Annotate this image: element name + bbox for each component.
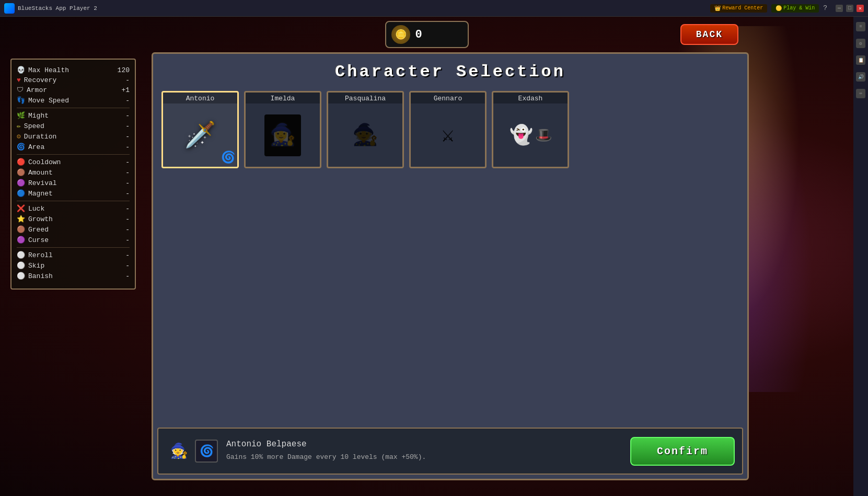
sidebar-icon-5[interactable]: ⌨	[856, 89, 865, 98]
amount-icon: 🟤	[17, 168, 25, 177]
revival-icon: 🟣	[17, 179, 25, 187]
character-description: Gains 10% more Damage every 10 levels (m…	[226, 452, 622, 463]
duration-value: -	[125, 133, 130, 141]
stat-row-luck: ❌ Luck -	[17, 204, 130, 213]
max-health-icon: 💀	[17, 66, 25, 74]
speed-value: -	[125, 122, 130, 130]
character-sprite-exdash: 👻 🎩	[493, 103, 568, 167]
skip-name: Skip	[28, 262, 44, 270]
skip-value: -	[125, 262, 130, 270]
character-full-name: Antonio Belpaese	[226, 440, 622, 449]
magnet-icon: 🔵	[17, 189, 25, 198]
duration-icon: ⚙	[17, 132, 21, 141]
confirm-button[interactable]: Confirm	[630, 437, 735, 466]
titlebar: BlueStacks App Player 2 👑 Reward Center …	[0, 0, 868, 17]
sidebar-icon-2[interactable]: ⚙	[856, 39, 865, 48]
stat-row-curse: 🟣 Curse -	[17, 236, 130, 244]
stat-row-max-health: 💀 Max Health 120	[17, 66, 130, 74]
bluestacks-logo	[4, 3, 15, 14]
stat-row-greed: 🟤 Greed -	[17, 225, 130, 234]
character-name-imelda: Imelda	[246, 93, 320, 103]
growth-name: Growth	[28, 215, 53, 223]
stat-row-duration: ⚙ Duration -	[17, 132, 130, 141]
stat-row-growth: ⭐ Growth -	[17, 215, 130, 223]
character-preview-sprites: 🧙 🌀	[166, 435, 218, 467]
max-health-value: 120	[118, 66, 130, 74]
banish-value: -	[125, 272, 130, 280]
stat-row-area: 🌀 Area -	[17, 143, 130, 151]
character-card-gennaro[interactable]: Gennaro ⚔️	[409, 91, 487, 168]
character-name-antonio: Antonio	[163, 93, 237, 103]
character-name-exdash: Exdash	[493, 93, 568, 103]
character-card-exdash[interactable]: Exdash 👻 🎩	[492, 91, 569, 168]
growth-icon: ⭐	[17, 215, 25, 223]
stat-row-might: 🌿 Might -	[17, 111, 130, 120]
revival-value: -	[125, 179, 130, 187]
stat-row-recovery: ♥ Recovery -	[17, 76, 130, 84]
greed-value: -	[125, 226, 130, 234]
stat-row-skip: ⚪ Skip -	[17, 261, 130, 270]
stat-divider-15	[17, 247, 130, 248]
right-sidebar: ≡ ⚙ 📋 🔊 ⌨	[853, 17, 868, 496]
sidebar-icon-1[interactable]: ≡	[856, 22, 865, 31]
amount-value: -	[125, 169, 130, 177]
minimize-btn[interactable]: —	[836, 5, 843, 12]
max-health-name: Max Health	[28, 66, 69, 74]
cooldown-value: -	[125, 158, 130, 166]
banish-icon: ⚪	[17, 272, 25, 280]
restore-btn[interactable]: □	[846, 5, 853, 12]
game-area: 🪙 0 BACK 💀 Max Health 120 ♥ Recovery - 🛡…	[0, 17, 853, 496]
might-name: Might	[28, 112, 49, 120]
move-speed-value: -	[125, 97, 130, 105]
duration-name: Duration	[24, 133, 56, 141]
sidebar-icon-4[interactable]: 🔊	[856, 72, 865, 82]
magnet-name: Magnet	[28, 190, 53, 198]
curse-value: -	[125, 236, 130, 244]
curse-name: Curse	[28, 236, 49, 244]
banish-name: Banish	[28, 272, 53, 280]
stat-row-magnet: 🔵 Magnet -	[17, 189, 130, 198]
reroll-value: -	[125, 251, 130, 259]
preview-character-sprite: 🧙	[166, 435, 192, 467]
sidebar-icon-3[interactable]: 📋	[856, 55, 865, 65]
character-card-antonio[interactable]: Antonio 🗡️ 🌀	[161, 91, 239, 168]
might-value: -	[125, 112, 130, 120]
move-speed-icon: 👣	[17, 96, 25, 105]
back-button[interactable]: BACK	[680, 24, 738, 45]
area-icon: 🌀	[17, 143, 25, 151]
gold-counter: 🪙 0	[385, 21, 469, 48]
help-icon[interactable]: ?	[823, 4, 827, 12]
play-win-btn[interactable]: 🟡 Play & Win	[771, 4, 819, 13]
luck-name: Luck	[28, 205, 44, 213]
crown-icon: 👑	[714, 5, 721, 11]
armor-name: Armor	[27, 86, 47, 94]
armor-icon: 🛡	[17, 86, 24, 94]
close-btn[interactable]: ✕	[857, 5, 864, 12]
character-card-imelda[interactable]: Imelda 🧙‍♀️	[244, 91, 321, 168]
stat-row-cooldown: 🔴 Cooldown -	[17, 158, 130, 166]
recovery-name: Recovery	[24, 76, 56, 84]
character-name-pasqualina: Pasqualina	[328, 93, 402, 103]
stat-row-armor: 🛡 Armor +1	[17, 86, 130, 94]
character-card-pasqualina[interactable]: Pasqualina 🧙	[327, 91, 404, 168]
preview-weapon-sprite: 🌀	[195, 440, 218, 463]
character-sprite-gennaro: ⚔️	[411, 103, 485, 167]
cooldown-icon: 🔴	[17, 158, 25, 166]
curse-icon: 🟣	[17, 236, 25, 244]
character-name-gennaro: Gennaro	[411, 93, 485, 103]
armor-value: +1	[121, 86, 130, 94]
luck-value: -	[125, 205, 130, 213]
stat-row-move-speed: 👣 Move Speed -	[17, 96, 130, 105]
stat-divider-11	[17, 201, 130, 201]
revival-name: Revival	[28, 179, 57, 187]
stat-divider-3	[17, 108, 130, 108]
stat-row-banish: ⚪ Banish -	[17, 272, 130, 280]
luck-icon: ❌	[17, 204, 25, 213]
character-sprite-antonio: 🗡️ 🌀	[163, 103, 237, 167]
reward-center-btn[interactable]: 👑 Reward Center	[710, 4, 767, 13]
greed-icon: 🟤	[17, 225, 25, 234]
cooldown-name: Cooldown	[28, 158, 61, 166]
character-sprite-imelda: 🧙‍♀️	[246, 103, 320, 167]
info-bar: 🧙 🌀 Antonio Belpaese Gains 10% more Dama…	[157, 428, 743, 475]
character-info-text: Antonio Belpaese Gains 10% more Damage e…	[226, 440, 622, 463]
